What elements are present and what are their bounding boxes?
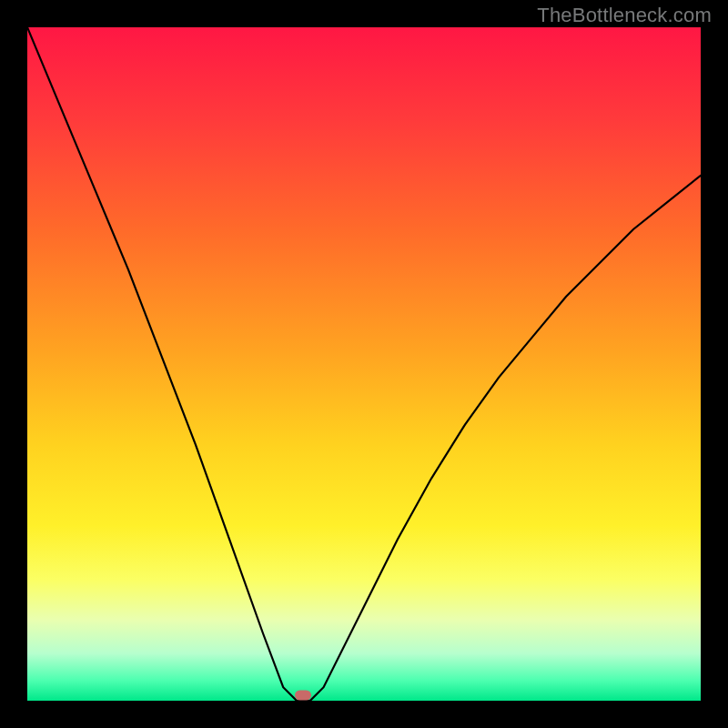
bottleneck-curve [27,27,701,701]
watermark-text: TheBottleneck.com [537,4,712,27]
optimum-marker [295,691,311,701]
plot-area [27,27,701,701]
chart-frame: TheBottleneck.com [0,0,728,728]
curve-path [27,27,701,701]
